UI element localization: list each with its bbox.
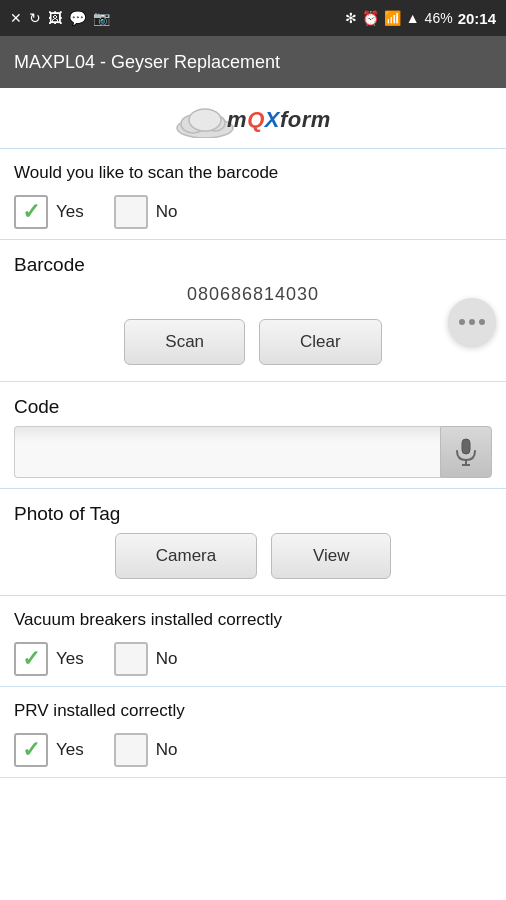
person-icon: ✕ — [10, 10, 22, 26]
barcode-yes-checkmark: ✓ — [22, 201, 40, 223]
svg-point-3 — [189, 109, 221, 131]
prv-title: PRV installed correctly — [14, 701, 492, 721]
dot-2 — [469, 319, 475, 325]
vacuum-title: Vacuum breakers installed correctly — [14, 610, 492, 630]
barcode-yes-checkbox[interactable]: ✓ — [14, 195, 48, 229]
microphone-button[interactable] — [440, 426, 492, 478]
vacuum-no-label: No — [156, 649, 178, 669]
wifi-icon: 📶 — [384, 10, 401, 26]
barcode-yes-item[interactable]: ✓ Yes — [14, 195, 84, 229]
status-time: 20:14 — [458, 10, 496, 27]
prv-yes-label: Yes — [56, 740, 84, 760]
vacuum-yes-checkbox[interactable]: ✓ — [14, 642, 48, 676]
logo-section: mQXform — [0, 88, 506, 149]
page-title: MAXPL04 - Geyser Replacement — [14, 52, 280, 73]
prv-no-item[interactable]: No — [114, 733, 178, 767]
prv-no-checkbox[interactable] — [114, 733, 148, 767]
barcode-value: 080686814030 — [14, 284, 492, 305]
status-icons-left: ✕ ↻ 🖼 💬 📷 — [10, 10, 110, 26]
logo-text: mQXform — [227, 107, 331, 133]
prv-yn-row: ✓ Yes No — [14, 733, 492, 767]
view-button[interactable]: View — [271, 533, 391, 579]
logo-wrapper: mQXform — [175, 102, 331, 138]
refresh-icon: ↻ — [29, 10, 41, 26]
status-icons-right: ✻ ⏰ 📶 ▲ 46% 20:14 — [345, 10, 496, 27]
code-input[interactable] — [14, 426, 440, 478]
chat-icon: 💬 — [69, 10, 86, 26]
vacuum-section: Vacuum breakers installed correctly ✓ Ye… — [0, 596, 506, 687]
svg-rect-4 — [462, 439, 470, 454]
camera-icon: 📷 — [93, 10, 110, 26]
barcode-no-label: No — [156, 202, 178, 222]
barcode-no-checkbox[interactable] — [114, 195, 148, 229]
code-title: Code — [14, 396, 492, 418]
barcode-scan-section: Would you like to scan the barcode ✓ Yes… — [0, 149, 506, 240]
barcode-no-item[interactable]: No — [114, 195, 178, 229]
vacuum-no-checkbox[interactable] — [114, 642, 148, 676]
battery-icon: 46% — [425, 10, 453, 26]
photo-title: Photo of Tag — [14, 503, 492, 525]
prv-yes-item[interactable]: ✓ Yes — [14, 733, 84, 767]
vacuum-yes-checkmark: ✓ — [22, 648, 40, 670]
prv-no-label: No — [156, 740, 178, 760]
dot-3 — [479, 319, 485, 325]
title-bar: MAXPL04 - Geyser Replacement — [0, 36, 506, 88]
floating-menu-button[interactable] — [448, 298, 496, 346]
barcode-scan-question: Would you like to scan the barcode — [14, 163, 492, 183]
signal-icon: ▲ — [406, 10, 420, 26]
photo-btn-row: Camera View — [14, 533, 492, 579]
vacuum-yes-label: Yes — [56, 649, 84, 669]
barcode-yn-row: ✓ Yes No — [14, 195, 492, 229]
prv-yes-checkmark: ✓ — [22, 739, 40, 761]
prv-yes-checkbox[interactable]: ✓ — [14, 733, 48, 767]
prv-section: PRV installed correctly ✓ Yes No — [0, 687, 506, 778]
bluetooth-icon: ✻ — [345, 10, 357, 26]
barcode-yes-label: Yes — [56, 202, 84, 222]
code-section: Code — [0, 382, 506, 489]
microphone-icon — [455, 438, 477, 466]
cloud-icon — [175, 102, 235, 138]
status-bar: ✕ ↻ 🖼 💬 📷 ✻ ⏰ 📶 ▲ 46% 20:14 — [0, 0, 506, 36]
vacuum-yes-item[interactable]: ✓ Yes — [14, 642, 84, 676]
barcode-btn-row: Scan Clear — [14, 319, 492, 365]
main-content: mQXform Would you like to scan the barco… — [0, 88, 506, 778]
code-input-row — [14, 426, 492, 478]
clear-button[interactable]: Clear — [259, 319, 382, 365]
barcode-section: Barcode 080686814030 Scan Clear — [0, 240, 506, 382]
dot-1 — [459, 319, 465, 325]
vacuum-yn-row: ✓ Yes No — [14, 642, 492, 676]
camera-button[interactable]: Camera — [115, 533, 257, 579]
image-icon: 🖼 — [48, 10, 62, 26]
floating-dots — [459, 319, 485, 325]
photo-section: Photo of Tag Camera View — [0, 489, 506, 596]
barcode-title: Barcode — [14, 254, 492, 276]
alarm-icon: ⏰ — [362, 10, 379, 26]
scan-button[interactable]: Scan — [124, 319, 245, 365]
vacuum-no-item[interactable]: No — [114, 642, 178, 676]
